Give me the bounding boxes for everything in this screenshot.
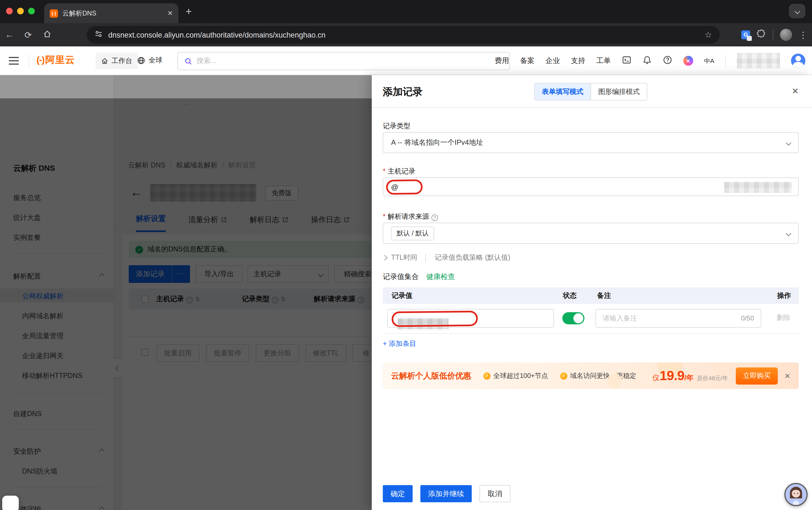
maximize-window-icon[interactable] (28, 8, 35, 15)
notifications-bell-icon[interactable] (642, 55, 651, 66)
record-set-row: 记录值集合 健康检查 (383, 272, 455, 282)
delete-row-link[interactable]: 删除 (777, 313, 790, 323)
domain-suffix-redacted (724, 182, 791, 193)
assistant-avatar[interactable] (784, 483, 808, 506)
home-icon[interactable] (37, 30, 56, 40)
tab-search-button[interactable] (789, 4, 805, 18)
source-select[interactable]: 默认 / 默认 (383, 223, 799, 244)
bookmark-icon[interactable]: ☆ (704, 30, 712, 40)
source-tag[interactable]: 默认 / 默认 (391, 226, 434, 240)
add-record-panel: 添加记录 表单填写模式 图形编排模式 ✕ 记录类型 A -- 将域名指向一个IP… (372, 75, 812, 510)
panel-close-icon[interactable]: ✕ (792, 86, 799, 96)
browser-menu-icon[interactable]: ⋮ (799, 30, 808, 40)
promo-point-1: ✓ 全球超过100+节点 (483, 371, 548, 380)
new-tab-icon[interactable]: + (185, 5, 192, 18)
back-icon[interactable]: ← (0, 30, 19, 40)
menu-item-icp[interactable]: 备案 (520, 56, 534, 66)
mode-toggle: 表单填写模式 图形编排模式 (534, 83, 647, 101)
ai-assistant-icon[interactable]: × (683, 56, 693, 66)
ttl-label: TTL时间 (391, 253, 417, 262)
hamburger-menu-icon[interactable] (9, 57, 19, 65)
promo-title: 云解析个人版低价优惠 (391, 370, 471, 381)
terminal-icon[interactable] (622, 55, 631, 66)
screen: (-) 云解析DNS ✕ + ← → ⟳ dnsnext.console.ali… (0, 0, 812, 510)
menu-item-ticket[interactable]: 工单 (596, 56, 611, 66)
tab-title: 云解析DNS (62, 8, 163, 18)
home-icon (101, 57, 108, 64)
host-record-input[interactable]: @ (383, 177, 799, 196)
browser-tab[interactable]: (-) 云解析DNS ✕ (44, 3, 178, 23)
region-label: 全球 (149, 56, 163, 65)
divider (725, 55, 726, 67)
panel-title: 添加记录 (383, 85, 423, 98)
form-mode-button[interactable]: 表单填写模式 (535, 83, 590, 100)
address-bar[interactable]: dnsnext.console.aliyun.com/authoritative… (87, 26, 720, 44)
site-settings-icon[interactable] (94, 30, 103, 40)
username-redacted (737, 53, 780, 68)
tab-close-icon[interactable]: ✕ (167, 9, 173, 17)
col-status: 状态 (563, 291, 597, 300)
annotation-circle-host (386, 179, 423, 195)
aliyun-logo[interactable]: (-) 阿里云 (36, 54, 75, 66)
translate-extension-icon[interactable]: G (741, 30, 750, 39)
language-icon[interactable]: 中A (704, 57, 714, 65)
chevron-right-icon[interactable] (382, 255, 387, 260)
banner-close-icon[interactable]: ✕ (784, 372, 790, 380)
policy-label: 记录值负载策略 (默认值) (435, 253, 511, 262)
search-icon (184, 57, 192, 65)
console-search-input[interactable]: 搜索... (177, 52, 510, 70)
source-label: 解析请求来源? (383, 212, 438, 222)
extensions-icon[interactable] (757, 29, 766, 40)
health-check-link[interactable]: 健康检查 (426, 273, 455, 281)
cancel-button[interactable]: 取消 (480, 485, 511, 502)
close-window-icon[interactable] (6, 8, 13, 15)
check-coin-icon: ✓ (483, 372, 491, 379)
url-text[interactable]: dnsnext.console.aliyun.com/authoritative… (108, 31, 699, 39)
menu-item-enterprise[interactable]: 企业 (546, 56, 560, 66)
check-coin-icon: ✓ (560, 372, 567, 379)
menu-item-support[interactable]: 支持 (571, 56, 585, 66)
aliyun-logo-text: 阿里云 (45, 54, 75, 66)
note-field[interactable]: 0/50 (596, 309, 761, 328)
record-type-select[interactable]: A -- 将域名指向一个IPv4地址 (383, 132, 799, 153)
note-input[interactable] (603, 314, 741, 322)
record-set-label: 记录值集合 (383, 273, 419, 281)
aliyun-topnav: (-) 阿里云 工作台 全球 搜索... 费用 备案 企业 支持 工单 (0, 47, 812, 75)
divider (29, 54, 29, 67)
status-toggle[interactable] (562, 312, 584, 324)
aliyun-favicon-icon: (-) (50, 9, 58, 18)
value-table-header: 记录值 状态 备注 操作 (383, 287, 799, 304)
ttl-collapsed-row[interactable]: TTL时间 │ 记录值负载策略 (默认值) (383, 253, 511, 262)
search-placeholder: 搜索... (197, 56, 216, 66)
divider (773, 30, 773, 40)
add-and-continue-button[interactable]: 添加并继续 (420, 485, 472, 502)
reload-icon[interactable]: ⟳ (19, 30, 37, 40)
add-entry-link[interactable]: + 添加条目 (383, 339, 416, 349)
col-record-value: 记录值 (392, 291, 563, 300)
browser-profile-avatar[interactable] (780, 29, 792, 41)
plus-icon: + (383, 340, 387, 347)
browser-toolbar: ← → ⟳ dnsnext.console.aliyun.com/authori… (0, 23, 812, 47)
window-controls[interactable] (6, 8, 35, 15)
modal-dim-overlay (0, 75, 372, 510)
confirm-button[interactable]: 确定 (383, 485, 413, 502)
graph-mode-button[interactable]: 图形编排模式 (590, 83, 647, 100)
floating-helper-widget[interactable] (2, 495, 19, 510)
region-selector[interactable]: 全球 (137, 56, 163, 65)
promo-banner: 云解析个人版低价优惠 ✓ 全球超过100+节点 ✓ 域名访问更快、更稳定 仅 1… (383, 363, 799, 389)
browser-tabstrip: (-) 云解析DNS ✕ + (0, 0, 812, 23)
annotation-circle-value (392, 311, 478, 327)
panel-footer: 确定 添加并继续 取消 (383, 485, 511, 502)
buy-now-button[interactable]: 立即购买 (736, 367, 778, 384)
panel-header: 添加记录 表单填写模式 图形编排模式 ✕ (372, 75, 812, 108)
account-avatar[interactable] (791, 54, 805, 68)
help-icon[interactable] (663, 55, 672, 66)
col-note: 备注 (597, 291, 777, 300)
help-icon: ? (431, 215, 438, 221)
promo-price: 仅 19.9 /年 原价48元/年 (652, 368, 728, 384)
workbench-label: 工作台 (112, 56, 132, 65)
workbench-button[interactable]: 工作台 (95, 53, 138, 69)
promo-original-price: 原价48元/年 (697, 375, 728, 382)
menu-item-billing[interactable]: 费用 (495, 56, 509, 66)
minimize-window-icon[interactable] (17, 8, 24, 15)
